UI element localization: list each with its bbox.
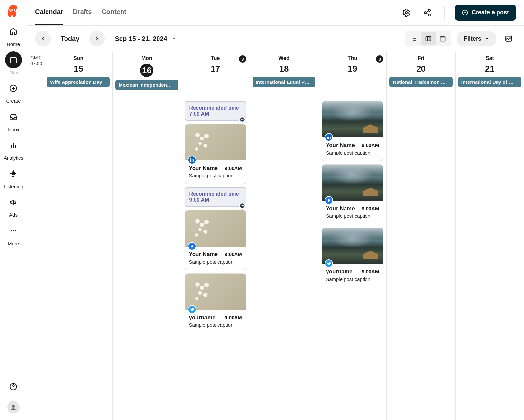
- today-button[interactable]: Today: [61, 35, 79, 43]
- sidebar-item-ads[interactable]: Ads: [0, 194, 27, 218]
- holiday-pill[interactable]: Mexican Independen…: [115, 80, 178, 90]
- owly-badge-icon: [238, 116, 246, 123]
- post-card[interactable]: yourname 9:00AM Sample post caption: [185, 273, 246, 333]
- day-body[interactable]: Your Name 9:00AM Sample post caption You…: [318, 98, 386, 420]
- more-icon: [5, 222, 22, 239]
- chevron-right-icon: [94, 36, 100, 42]
- sidebar-item-inbox[interactable]: Inbox: [0, 108, 27, 132]
- post-card[interactable]: yourname 9:00AM Sample post caption: [322, 228, 383, 287]
- view-week-button[interactable]: [421, 32, 436, 45]
- sidebar-item-create[interactable]: Create: [0, 80, 27, 104]
- sidebar-item-analytics[interactable]: Analytics: [0, 137, 27, 161]
- sidebar-item-label: More: [8, 241, 19, 246]
- sidebar-item-more[interactable]: More: [0, 222, 27, 246]
- svg-rect-4: [10, 58, 16, 63]
- day-body[interactable]: [456, 98, 524, 420]
- day-body[interactable]: [387, 98, 455, 420]
- post-time: 9:00AM: [224, 315, 242, 320]
- day-column: Fri 20National Tradesmen …: [387, 52, 455, 420]
- day-name: Mon: [141, 55, 152, 61]
- date-range-picker[interactable]: Sep 15 - 21, 2024: [115, 35, 176, 43]
- post-card[interactable]: Your Name 9:00AM Sample post caption: [185, 124, 246, 184]
- plus-circle-icon: [462, 9, 468, 16]
- post-thumbnail: [322, 228, 383, 264]
- megaphone-icon: [5, 194, 22, 211]
- day-header[interactable]: Thu 193: [318, 52, 386, 98]
- day-body[interactable]: [250, 98, 318, 420]
- tab-content[interactable]: Content: [102, 0, 126, 25]
- sidebar-item-listening[interactable]: Listening: [0, 165, 27, 189]
- next-week-button[interactable]: [89, 31, 105, 46]
- create-post-button[interactable]: Create a post: [455, 5, 516, 21]
- filters-label: Filters: [464, 35, 481, 42]
- sidebar-item-label: Create: [6, 98, 21, 104]
- owly-badge-icon: [238, 202, 246, 210]
- post-author: yourname: [326, 268, 352, 275]
- svg-point-33: [241, 205, 242, 206]
- post-thumbnail: [322, 101, 383, 137]
- help-button[interactable]: [6, 379, 21, 394]
- holiday-pill[interactable]: Wife Appreciation Day: [47, 77, 110, 87]
- day-header[interactable]: Mon 16Mexican Independen…: [113, 52, 181, 98]
- sidebar-item-plan[interactable]: Plan: [0, 51, 27, 75]
- post-card[interactable]: Your Name 9:00AM Sample post caption: [322, 164, 383, 224]
- image-ai-button[interactable]: [502, 31, 516, 46]
- svg-point-34: [243, 205, 243, 206]
- svg-rect-20: [426, 36, 431, 41]
- list-icon: [411, 35, 417, 42]
- recommended-time-slot[interactable]: Recommended time 9:00 AM: [185, 187, 246, 207]
- day-number: 20: [416, 64, 426, 74]
- day-header[interactable]: Sun 15Wife Appreciation Day: [44, 52, 112, 98]
- day-body[interactable]: Recommended time 7:00 AM Your Name 9:00A…: [181, 98, 250, 420]
- recommended-time-slot[interactable]: Recommended time 7:00 AM: [185, 101, 246, 121]
- divider: [444, 6, 445, 19]
- facebook-badge-icon: [188, 242, 196, 250]
- day-header[interactable]: Tue 173: [181, 52, 250, 98]
- day-column: Thu 193 Your Name 9:00AM Sample post cap…: [318, 52, 387, 420]
- post-count-badge: 3: [239, 55, 246, 63]
- tab-calendar[interactable]: Calendar: [35, 0, 63, 25]
- date-range-label: Sep 15 - 21, 2024: [115, 35, 167, 43]
- holiday-pill[interactable]: International Day of …: [458, 77, 521, 87]
- day-number: 21: [485, 64, 495, 74]
- day-header[interactable]: Wed 18International Equal P…: [250, 52, 318, 98]
- toolbar: Today Sep 15 - 21, 2024 Filt: [27, 26, 524, 52]
- settings-button[interactable]: [399, 6, 414, 20]
- holiday-pill[interactable]: National Tradesmen …: [389, 77, 452, 87]
- sidebar-item-label: Plan: [9, 70, 18, 75]
- twitter-badge-icon: [325, 259, 333, 268]
- calendar-grid: GMT -07:00 Sun 15Wife Appreciation DayMo…: [27, 52, 524, 420]
- chevron-down-icon: [171, 36, 177, 41]
- post-author: Your Name: [189, 251, 218, 258]
- holiday-pill[interactable]: International Equal P…: [253, 77, 315, 87]
- svg-rect-28: [190, 159, 191, 162]
- post-thumbnail: [322, 165, 383, 201]
- filters-button[interactable]: Filters: [457, 31, 496, 46]
- day-column: Tue 173 Recommended time 7:00 AM Your Na…: [181, 52, 250, 420]
- post-thumbnail: [185, 124, 246, 160]
- svg-point-11: [13, 230, 14, 231]
- sidebar-item-home[interactable]: Home: [0, 23, 27, 47]
- svg-rect-21: [440, 37, 445, 41]
- user-avatar[interactable]: [7, 401, 20, 413]
- day-header[interactable]: Fri 20National Tradesmen …: [387, 52, 455, 98]
- recommended-time: 9:00 AM: [189, 197, 242, 203]
- svg-point-30: [240, 203, 244, 208]
- post-card[interactable]: Your Name 9:00AM Sample post caption: [185, 210, 246, 270]
- day-body[interactable]: [113, 98, 181, 420]
- day-header[interactable]: Sat 21International Day of …: [456, 52, 524, 98]
- view-month-button[interactable]: [436, 32, 450, 45]
- view-list-button[interactable]: [407, 32, 421, 45]
- svg-point-26: [241, 119, 242, 120]
- post-caption: Sample post caption: [326, 150, 379, 155]
- sidebar-item-label: Listening: [4, 184, 23, 189]
- prev-week-button[interactable]: [35, 31, 51, 46]
- day-name: Sun: [73, 55, 83, 61]
- post-card[interactable]: Your Name 9:00AM Sample post caption: [322, 101, 383, 161]
- day-body[interactable]: [44, 98, 112, 420]
- share-button[interactable]: [420, 6, 435, 20]
- twitter-badge-icon: [188, 305, 196, 314]
- day-name: Sat: [486, 55, 494, 61]
- tab-drafts[interactable]: Drafts: [73, 0, 92, 25]
- sidebar-item-label: Home: [7, 41, 20, 47]
